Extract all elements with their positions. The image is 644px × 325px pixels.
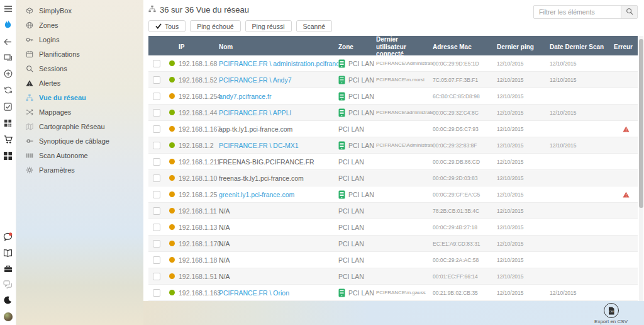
name-cell: freenas-tk.ly1.pci-france.com (219, 174, 338, 182)
search-input[interactable] (534, 6, 621, 18)
sidebar-item-simplybox[interactable]: SimplyBox (16, 3, 143, 18)
zone-cell: PCI LAN (338, 141, 376, 150)
menu-toggle-button[interactable] (3, 4, 13, 14)
row-checkbox[interactable] (153, 273, 160, 280)
sidebar-item-param-tres[interactable]: Paramètres (16, 162, 143, 177)
status-cell (165, 110, 179, 115)
name-cell[interactable]: greenit.ly1.pci-france.com (219, 191, 338, 198)
column-header-adresse-mac[interactable]: Adresse Mac (433, 36, 497, 58)
filter-button-ping-r-ussi[interactable]: Ping réussi (245, 20, 292, 32)
search-button[interactable] (621, 6, 637, 18)
vertical-scrollbar[interactable] (639, 36, 643, 301)
filter-button-scann[interactable]: Scanné (296, 20, 333, 32)
app-logo-button[interactable] (3, 21, 13, 30)
name-cell[interactable]: PCIFRANCE.FR \ APPLI (219, 109, 338, 117)
name-cell[interactable]: PCIFRANCE.FR \ administration.pcifrance.… (219, 60, 338, 67)
column-header-nom[interactable]: Nom (219, 36, 338, 58)
sidebar-item-label: SimplyBox (39, 7, 72, 14)
ip-cell: 192.168.1.44 (179, 109, 219, 117)
error-icon (623, 189, 630, 200)
zone-label: PCI LAN (338, 125, 364, 133)
name-cell[interactable]: PCIFRANCE.FR \ Orion (219, 289, 338, 297)
row-checkbox[interactable] (153, 240, 160, 248)
filter-button-tous[interactable]: Tous (148, 20, 186, 32)
status-cell (165, 126, 179, 132)
name-cell[interactable]: andy7.pcifrance.fr (219, 93, 338, 100)
name-cell[interactable]: PCIFRANCE.FR \ DC-MX1 (219, 142, 338, 149)
zone-label: PCI LAN (348, 289, 374, 297)
row-checkbox[interactable] (153, 158, 160, 166)
status-cell (165, 241, 179, 246)
row-checkbox[interactable] (153, 289, 160, 297)
screens-button[interactable] (3, 54, 13, 63)
sidebar-item-sessions[interactable]: Sessions (16, 61, 143, 76)
notifications-button[interactable] (3, 233, 13, 242)
row-checkbox[interactable] (153, 125, 160, 133)
sync-button[interactable] (3, 86, 13, 96)
store-button[interactable] (3, 135, 13, 145)
row-checkbox[interactable] (153, 174, 160, 182)
server-icon (338, 108, 345, 117)
row-checkbox[interactable] (153, 142, 160, 149)
scrollbar-thumb[interactable] (639, 39, 643, 208)
last-ping-cell: 12/10/2015 (497, 208, 550, 214)
row-checkbox[interactable] (153, 109, 160, 117)
column-header-dernier-ping[interactable]: Dernier ping (497, 36, 550, 58)
apps-button[interactable] (3, 152, 13, 161)
column-header-erreur[interactable]: Erreur (614, 36, 638, 58)
name-cell: N/A (219, 224, 338, 231)
mac-cell: 00:0C:29:2A:AC:58 (433, 257, 497, 263)
row-checkbox[interactable] (153, 224, 160, 231)
name-cell: N/A (219, 240, 338, 248)
export-csv-button[interactable]: CSV Export en CSV (594, 303, 628, 324)
sidebar-item-logins[interactable]: Logins (16, 32, 143, 47)
name-cell[interactable]: PCIFRANCE.FR \ Andy7 (219, 76, 338, 84)
export-label: Export en CSV (594, 319, 628, 324)
zone-label: PCI LAN (338, 240, 364, 248)
sidebar-item-zones[interactable]: Zones (16, 18, 143, 32)
qr-button[interactable] (3, 119, 13, 128)
row-checkbox[interactable] (153, 93, 160, 100)
row-checkbox[interactable] (153, 191, 160, 198)
row-checkbox[interactable] (153, 256, 160, 264)
tasks-button[interactable] (3, 103, 13, 112)
error-icon (623, 123, 630, 135)
sidebar-item-vue-du-r-seau[interactable]: Vue du réseau (16, 90, 143, 105)
status-dot-orange (169, 257, 175, 263)
status-cell (165, 77, 179, 83)
dark-mode-button[interactable] (3, 296, 13, 305)
zone-label: PCI LAN (348, 93, 374, 100)
column-header-zone[interactable]: Zone (338, 36, 376, 58)
add-button[interactable] (3, 70, 13, 79)
row-checkbox[interactable] (153, 207, 160, 215)
alert-icon (25, 79, 33, 87)
back-button[interactable] (3, 37, 13, 47)
sidebar-item-scan-autonome[interactable]: Scan Autonome (16, 148, 143, 162)
column-header-ip[interactable]: IP (179, 36, 219, 58)
row-checkbox[interactable] (153, 76, 160, 84)
status-cell (165, 159, 179, 164)
table-row: 192.168.1.44PCIFRANCE.FR \ APPLIPCI LANP… (148, 105, 638, 121)
work-button[interactable] (3, 265, 13, 274)
sidebar-item-cartographie-r-seau[interactable]: Cartographie Réseau (16, 119, 143, 134)
messages-button[interactable] (3, 280, 13, 290)
status-dot-orange (169, 93, 175, 99)
row-checkbox[interactable] (153, 60, 160, 67)
ip-cell: 192.168.1.13 (179, 224, 219, 231)
zone-label: PCI LAN (338, 207, 364, 215)
mac-cell: 00:0C:29:32:C4:8C (433, 110, 497, 116)
logo-icon (3, 20, 13, 31)
column-spacer (148, 36, 165, 58)
last-ping-cell: 12/10/2015 (497, 159, 550, 165)
sync-icon (4, 86, 13, 97)
column-header-date-dernier-scan[interactable]: Date Dernier Scan (550, 36, 614, 58)
docs-button[interactable] (3, 249, 13, 258)
sidebar-item-planifications[interactable]: Planifications (16, 47, 143, 61)
user-avatar[interactable] (3, 312, 13, 321)
sidebar-item-alertes[interactable]: Alertes (16, 76, 143, 90)
magnifier-icon (25, 64, 33, 72)
sidebar-item-synoptique-de-c-blage[interactable]: Synoptique de câblage (16, 134, 143, 148)
sidebar-item-mappages[interactable]: Mappages (16, 105, 143, 119)
filter-button-ping-chou[interactable]: Ping échoué (190, 20, 240, 32)
column-header-dernier-utilisateur-connect[interactable]: Dernier utilisateur connecté (376, 36, 433, 58)
